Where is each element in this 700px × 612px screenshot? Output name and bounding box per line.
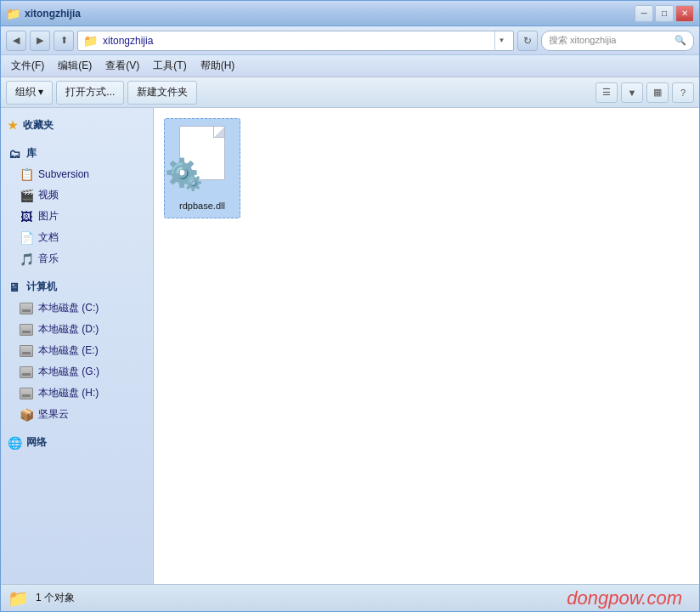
- search-box[interactable]: 搜索 xitongzhijia 🔍: [541, 31, 694, 51]
- menu-help[interactable]: 帮助(H): [194, 57, 242, 75]
- sidebar-item-drive-h[interactable]: 本地磁盘 (H:): [1, 382, 153, 404]
- forward-button[interactable]: ▶: [30, 31, 50, 51]
- sidebar-item-documents-label: 文档: [38, 230, 59, 245]
- address-dropdown-icon[interactable]: ▼: [494, 31, 508, 50]
- sidebar-item-jianguoyun[interactable]: 📦 坚果云: [1, 404, 153, 425]
- main-area: ★ 收藏夹 🗂 库 📋 Subversion 🎬 视频 🖼: [1, 108, 699, 584]
- file-item-rdpbase[interactable]: ⚙️⚙️ rdpbase.dll: [164, 118, 240, 218]
- computer-icon: 🖥: [8, 280, 21, 294]
- sidebar-drive-e-label: 本地磁盘 (E:): [38, 343, 99, 358]
- disk-d-icon: [20, 324, 33, 336]
- menu-file[interactable]: 文件(F): [4, 57, 51, 75]
- address-folder-icon: 📁: [83, 34, 98, 48]
- titlebar-buttons: ─ □ ✕: [635, 5, 694, 22]
- sidebar-drive-d-label: 本地磁盘 (D:): [38, 322, 99, 337]
- menu-view[interactable]: 查看(V): [99, 57, 146, 75]
- sidebar-favorites-label: 收藏夹: [23, 118, 54, 133]
- menu-edit[interactable]: 编辑(E): [51, 57, 99, 75]
- sidebar-network-label: 网络: [26, 435, 47, 450]
- documents-icon: 📄: [20, 231, 33, 245]
- address-field[interactable]: 📁 xitongzhijia ▼: [77, 31, 514, 51]
- view-toggle-button[interactable]: ☰: [596, 82, 618, 103]
- sidebar-item-drive-d[interactable]: 本地磁盘 (D:): [1, 319, 153, 340]
- titlebar: 📁 xitongzhijia ─ □ ✕: [1, 1, 699, 26]
- file-name-label: rdpbase.dll: [179, 201, 225, 211]
- music-icon: 🎵: [20, 252, 33, 266]
- watermark: dongpow.com: [567, 587, 682, 609]
- file-content-area[interactable]: ⚙️⚙️ rdpbase.dll: [154, 108, 699, 584]
- disk-g-icon: [20, 366, 33, 378]
- sidebar-library-section: 🗂 库 📋 Subversion 🎬 视频 🖼 图片 📄 文档: [1, 143, 153, 269]
- sidebar-drive-h-label: 本地磁盘 (H:): [38, 386, 99, 400]
- sidebar-favorites-header[interactable]: ★ 收藏夹: [1, 115, 153, 136]
- sidebar: ★ 收藏夹 🗂 库 📋 Subversion 🎬 视频 🖼: [1, 108, 154, 584]
- details-pane-button[interactable]: ▦: [646, 82, 669, 103]
- sidebar-network-header[interactable]: 🌐 网络: [1, 432, 153, 453]
- help-button[interactable]: ?: [672, 82, 694, 103]
- sidebar-computer-header[interactable]: 🖥 计算机: [1, 276, 153, 298]
- sidebar-item-music-label: 音乐: [38, 252, 59, 266]
- search-placeholder-text: 搜索 xitongzhijia: [549, 34, 671, 47]
- network-icon: 🌐: [8, 436, 21, 450]
- disk-e-icon: [20, 345, 33, 357]
- addressbar: ◀ ▶ ⬆ 📁 xitongzhijia ▼ ↻ 搜索 xitongzhijia…: [1, 26, 699, 55]
- view-dropdown-button[interactable]: ▼: [621, 82, 643, 103]
- sidebar-item-video[interactable]: 🎬 视频: [1, 184, 153, 206]
- sidebar-library-label: 库: [26, 146, 37, 161]
- sidebar-item-video-label: 视频: [38, 188, 59, 202]
- maximize-button[interactable]: □: [655, 5, 674, 22]
- sidebar-item-drive-c[interactable]: 本地磁盘 (C:): [1, 298, 153, 319]
- sidebar-item-documents[interactable]: 📄 文档: [1, 227, 153, 248]
- new-folder-button[interactable]: 新建文件夹: [127, 81, 197, 105]
- titlebar-folder-icon: 📁: [6, 7, 20, 20]
- statusbar-count-text: 1 个对象: [36, 591, 75, 605]
- explorer-window: 📁 xitongzhijia ─ □ ✕ ◀ ▶ ⬆ 📁 xitongzhiji…: [0, 0, 700, 612]
- menubar: 文件(F) 编辑(E) 查看(V) 工具(T) 帮助(H): [1, 55, 699, 77]
- refresh-button[interactable]: ↻: [517, 31, 538, 51]
- sidebar-item-subversion[interactable]: 📋 Subversion: [1, 164, 153, 184]
- sidebar-library-header[interactable]: 🗂 库: [1, 143, 153, 164]
- sidebar-drive-c-label: 本地磁盘 (C:): [38, 301, 99, 315]
- sidebar-item-music[interactable]: 🎵 音乐: [1, 248, 153, 269]
- sidebar-item-pictures[interactable]: 🖼 图片: [1, 206, 153, 227]
- disk-h-icon: [20, 388, 33, 400]
- menu-tools[interactable]: 工具(T): [146, 57, 193, 75]
- star-icon: ★: [8, 119, 18, 132]
- sidebar-jianguoyun-label: 坚果云: [38, 407, 69, 422]
- back-button[interactable]: ◀: [6, 31, 26, 51]
- address-text: xitongzhijia: [103, 35, 489, 47]
- statusbar: 📁 1 个对象 dongpow.com: [1, 584, 699, 611]
- dll-file-icon: ⚙️⚙️: [175, 126, 229, 187]
- sidebar-network-section: 🌐 网络: [1, 432, 153, 453]
- toolbar-right: ☰ ▼ ▦ ?: [596, 82, 694, 103]
- disk-c-icon: [20, 303, 33, 314]
- sidebar-item-drive-g[interactable]: 本地磁盘 (G:): [1, 361, 153, 382]
- close-button[interactable]: ✕: [675, 5, 694, 22]
- sidebar-computer-label: 计算机: [26, 280, 57, 294]
- library-icon: 🗂: [8, 147, 21, 161]
- sidebar-computer-section: 🖥 计算机 本地磁盘 (C:) 本地磁盘 (D:) 本地磁盘 (E:): [1, 276, 153, 425]
- titlebar-title: xitongzhijia: [25, 8, 635, 20]
- search-icon[interactable]: 🔍: [675, 35, 686, 46]
- statusbar-folder-icon: 📁: [8, 588, 29, 609]
- sidebar-item-subversion-label: Subversion: [38, 168, 89, 180]
- organize-button[interactable]: 组织 ▾: [6, 81, 53, 105]
- sidebar-drive-g-label: 本地磁盘 (G:): [38, 365, 99, 379]
- toolbar: 组织 ▾ 打开方式... 新建文件夹 ☰ ▼ ▦ ?: [1, 77, 699, 108]
- sidebar-item-pictures-label: 图片: [38, 209, 59, 224]
- up-button[interactable]: ⬆: [54, 31, 74, 51]
- open-with-button[interactable]: 打开方式...: [56, 81, 124, 105]
- video-icon: 🎬: [20, 189, 33, 202]
- gear-icon: ⚙️⚙️: [165, 156, 199, 189]
- pictures-icon: 🖼: [20, 210, 33, 224]
- minimize-button[interactable]: ─: [635, 5, 653, 22]
- subversion-icon: 📋: [20, 167, 33, 181]
- sidebar-item-drive-e[interactable]: 本地磁盘 (E:): [1, 340, 153, 361]
- jianguoyun-icon: 📦: [20, 408, 33, 422]
